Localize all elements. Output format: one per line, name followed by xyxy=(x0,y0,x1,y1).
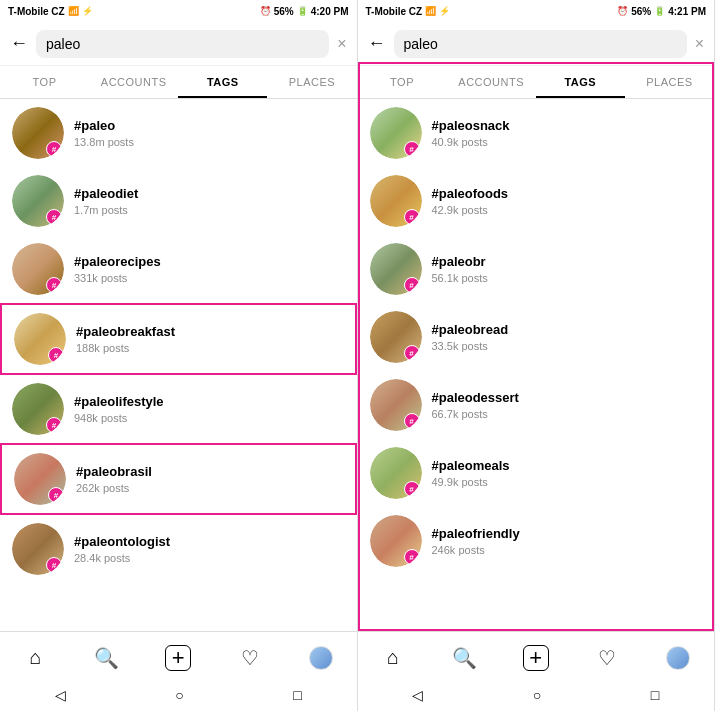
tag-info-paleobrasil: #paleobrasil 262k posts xyxy=(76,464,343,495)
hash-badge: # xyxy=(404,209,420,225)
tag-thumb-paleobr: # xyxy=(370,243,422,295)
sys-home-right[interactable]: ○ xyxy=(533,687,541,703)
tag-info-paleodiet: #paleodiet 1.7m posts xyxy=(74,186,345,217)
tag-name-paleorecipes: #paleorecipes xyxy=(74,254,345,271)
add-icon: + xyxy=(165,645,191,671)
tag-count-paleomeals: 49.9k posts xyxy=(432,476,703,488)
sys-recent-left[interactable]: □ xyxy=(293,687,301,703)
tag-item-paleobreakfast[interactable]: # #paleobreakfast 188k posts xyxy=(0,303,357,375)
bottom-nav-left: ⌂ 🔍 + ♡ xyxy=(0,631,357,683)
tab-top-left[interactable]: TOP xyxy=(0,66,89,98)
tabs-right: TOP ACCOUNTS TAGS PLACES xyxy=(358,66,715,99)
tab-accounts-right[interactable]: ACCOUNTS xyxy=(447,66,536,98)
nav-profile-right[interactable] xyxy=(643,632,714,683)
tag-item-paleosnack[interactable]: # #paleosnack 40.9k posts xyxy=(358,99,715,167)
tag-count-paleolifestyle: 948k posts xyxy=(74,412,345,424)
tag-info-paleo: #paleo 13.8m posts xyxy=(74,118,345,149)
tag-count-paleorecipes: 331k posts xyxy=(74,272,345,284)
tag-thumb-paleobread: # xyxy=(370,311,422,363)
nav-add-left[interactable]: + xyxy=(143,632,214,683)
hash-badge: # xyxy=(46,417,62,433)
tab-tags-right[interactable]: TAGS xyxy=(536,66,625,98)
tag-item-paleomeals[interactable]: # #paleomeals 49.9k posts xyxy=(358,439,715,507)
tag-name-paleolifestyle: #paleolifestyle xyxy=(74,394,345,411)
tag-thumb-paleo: # xyxy=(12,107,64,159)
tag-name-paleodiet: #paleodiet xyxy=(74,186,345,203)
tag-info-paleontologist: #paleontologist 28.4k posts xyxy=(74,534,345,565)
tag-count-paleobreakfast: 188k posts xyxy=(76,342,343,354)
clear-button-right[interactable]: × xyxy=(695,35,704,53)
tags-list-left: # #paleo 13.8m posts # #paleodiet 1.7m p… xyxy=(0,99,357,631)
hash-badge: # xyxy=(48,347,64,363)
tag-name-paleobrasil: #paleobrasil xyxy=(76,464,343,481)
search-query-right: paleo xyxy=(404,36,677,52)
sys-back-right[interactable]: ◁ xyxy=(412,687,423,703)
tag-item-paleofriendly[interactable]: # #paleofriendly 246k posts xyxy=(358,507,715,575)
battery-right: 56% xyxy=(631,6,651,17)
tag-name-paleontologist: #paleontologist xyxy=(74,534,345,551)
tab-places-left[interactable]: PLACES xyxy=(267,66,356,98)
tag-info-paleodessert: #paleodessert 66.7k posts xyxy=(432,390,703,421)
search-input-left[interactable]: paleo xyxy=(36,30,329,58)
tag-name-paleofoods: #paleofoods xyxy=(432,186,703,203)
back-button-left[interactable]: ← xyxy=(10,33,28,54)
hash-badge: # xyxy=(404,141,420,157)
tag-count-paleodessert: 66.7k posts xyxy=(432,408,703,420)
screen-right: T-Mobile CZ 📶 ⚡ ⏰ 56% 🔋 4:21 PM ← paleo … xyxy=(358,0,716,711)
tag-item-paleobrasil[interactable]: # #paleobrasil 262k posts xyxy=(0,443,357,515)
back-button-right[interactable]: ← xyxy=(368,33,386,54)
hash-badge: # xyxy=(46,557,62,573)
tag-thumb-paleodessert: # xyxy=(370,379,422,431)
home-icon-r: ⌂ xyxy=(387,646,399,669)
tag-item-paleo[interactable]: # #paleo 13.8m posts xyxy=(0,99,357,167)
tag-item-paleolifestyle[interactable]: # #paleolifestyle 948k posts xyxy=(0,375,357,443)
system-nav-left: ◁ ○ □ xyxy=(0,683,357,711)
tag-item-paleontologist[interactable]: # #paleontologist 28.4k posts xyxy=(0,515,357,583)
tab-tags-left[interactable]: TAGS xyxy=(178,66,267,98)
tag-count-paleobrasil: 262k posts xyxy=(76,482,343,494)
tab-top-right[interactable]: TOP xyxy=(358,66,447,98)
tabs-left: TOP ACCOUNTS TAGS PLACES xyxy=(0,66,357,99)
hash-badge: # xyxy=(404,345,420,361)
hash-badge: # xyxy=(404,413,420,429)
status-right-right: ⏰ 56% 🔋 4:21 PM xyxy=(617,6,706,17)
nav-search-left[interactable]: 🔍 xyxy=(71,632,142,683)
time-right: 4:21 PM xyxy=(668,6,706,17)
tag-item-paleofoods[interactable]: # #paleofoods 42.9k posts xyxy=(358,167,715,235)
tab-places-right[interactable]: PLACES xyxy=(625,66,714,98)
tag-thumb-paleomeals: # xyxy=(370,447,422,499)
tag-item-paleorecipes[interactable]: # #paleorecipes 331k posts xyxy=(0,235,357,303)
status-right-left: ⏰ 56% 🔋 4:20 PM xyxy=(260,6,349,17)
tag-item-paleodiet[interactable]: # #paleodiet 1.7m posts xyxy=(0,167,357,235)
sys-back-left[interactable]: ◁ xyxy=(55,687,66,703)
nav-add-right[interactable]: + xyxy=(500,632,571,683)
hash-badge: # xyxy=(46,209,62,225)
nav-heart-left[interactable]: ♡ xyxy=(214,632,285,683)
status-left: T-Mobile CZ 📶 ⚡ xyxy=(8,6,93,17)
nav-search-right[interactable]: 🔍 xyxy=(429,632,500,683)
search-input-right[interactable]: paleo xyxy=(394,30,687,58)
tag-item-paleodessert[interactable]: # #paleodessert 66.7k posts xyxy=(358,371,715,439)
tag-thumb-paleobrasil: # xyxy=(14,453,66,505)
nav-home-left[interactable]: ⌂ xyxy=(0,632,71,683)
tag-count-paleo: 13.8m posts xyxy=(74,136,345,148)
sys-recent-right[interactable]: □ xyxy=(651,687,659,703)
nav-heart-right[interactable]: ♡ xyxy=(571,632,642,683)
tab-accounts-left[interactable]: ACCOUNTS xyxy=(89,66,178,98)
battery-icon-r: 🔋 xyxy=(654,6,665,16)
tag-name-paleobread: #paleobread xyxy=(432,322,703,339)
hash-badge: # xyxy=(46,277,62,293)
screen-left: T-Mobile CZ 📶 ⚡ ⏰ 56% 🔋 4:20 PM ← paleo … xyxy=(0,0,358,711)
sys-home-left[interactable]: ○ xyxy=(175,687,183,703)
status-bar-right: T-Mobile CZ 📶 ⚡ ⏰ 56% 🔋 4:21 PM xyxy=(358,0,715,22)
tag-info-paleobread: #paleobread 33.5k posts xyxy=(432,322,703,353)
tag-item-paleobr[interactable]: # #paleobr 56.1k posts xyxy=(358,235,715,303)
tag-thumb-paleorecipes: # xyxy=(12,243,64,295)
nav-profile-left[interactable] xyxy=(285,632,356,683)
tag-thumb-paleofoods: # xyxy=(370,175,422,227)
battery-left: 56% xyxy=(274,6,294,17)
nav-home-right[interactable]: ⌂ xyxy=(358,632,429,683)
tag-item-paleobread[interactable]: # #paleobread 33.5k posts xyxy=(358,303,715,371)
clear-button-left[interactable]: × xyxy=(337,35,346,53)
hash-badge: # xyxy=(404,277,420,293)
